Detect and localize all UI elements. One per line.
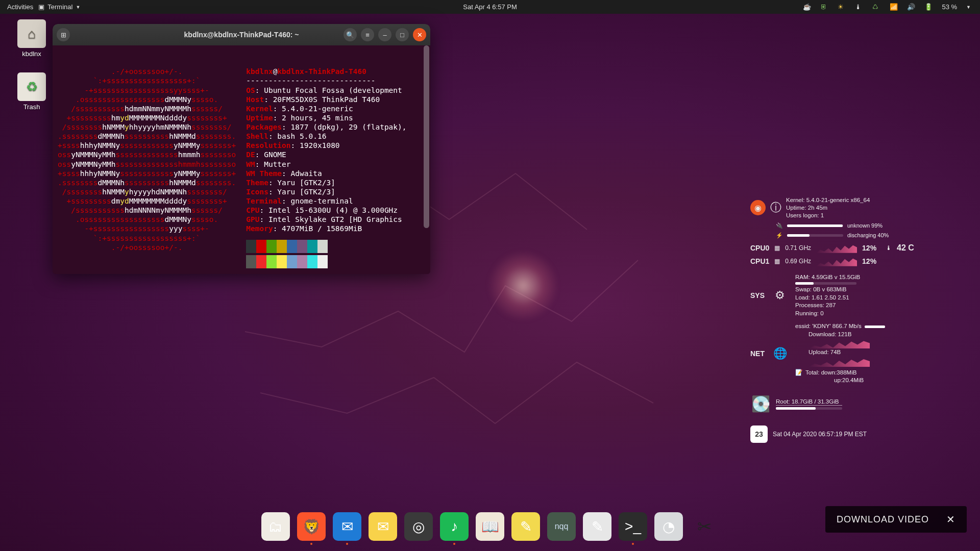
upload-text: Upload: 74B — [808, 348, 885, 357]
temp-icon: 🌡 — [886, 244, 892, 252]
conky-uptime: Uptime: 2h 45m — [786, 204, 870, 212]
conky-kernel: Kernel: 5.4.0-21-generic x86_64 — [786, 196, 870, 204]
chip-icon: ▦ — [774, 244, 780, 252]
weather-icon[interactable]: ☀ — [838, 3, 846, 11]
download-text: Download: 121B — [808, 331, 885, 339]
cpu0-pct: 12% — [862, 244, 876, 252]
total-up-text: up:20.4MiB — [834, 377, 864, 385]
menu-button[interactable]: ≡ — [361, 28, 374, 41]
system-menu-chevron-icon[interactable]: ▼ — [966, 5, 971, 10]
dock-rhythmbox[interactable]: ◎ — [404, 512, 433, 541]
calendar-icon: 23 — [750, 425, 768, 443]
thermometer-icon[interactable]: 🌡 — [855, 3, 863, 11]
chevron-down-icon: ▼ — [76, 5, 80, 10]
globe-icon: 🌐 — [770, 343, 790, 364]
load-text: Load: 1.61 2.50 2.51 — [795, 294, 860, 302]
clock[interactable]: Sat Apr 4 6:57 PM — [463, 3, 517, 11]
shield-icon[interactable]: ⛨ — [820, 3, 828, 11]
maximize-button[interactable]: □ — [396, 28, 409, 41]
wifi-icon[interactable]: 📶 — [890, 3, 898, 11]
dock: 🗂🦁✉✉◎♪📖✎nqq✎>_◔✂ — [256, 509, 724, 544]
dock-mail[interactable]: ✉ — [369, 512, 397, 541]
search-button[interactable]: 🔍 — [344, 28, 357, 41]
trash-icon[interactable]: ♻ Trash — [10, 72, 53, 111]
dock-terminal[interactable]: >_ — [619, 512, 647, 541]
plug-icon: 🔌 — [776, 222, 783, 229]
conky-date: Sat 04 Apr 2020 06:57:19 PM EST — [773, 431, 867, 438]
dock-screenshot[interactable]: ✂ — [690, 512, 719, 541]
app-menu[interactable]: ▣ Terminal ▼ — [38, 3, 80, 11]
dock-notes[interactable]: ✎ — [511, 512, 540, 541]
chip-icon: ▦ — [774, 258, 780, 265]
essid-text: essid: 'KDNY' 866.7 Mb/s — [795, 322, 862, 331]
terminal-scrollbar[interactable] — [424, 45, 429, 228]
support-icon[interactable]: ♺ — [872, 3, 880, 11]
cpu0-label: CPU0 — [750, 244, 769, 252]
download-video-button[interactable]: DOWNLOAD VIDEO — [837, 514, 929, 525]
dock-brave[interactable]: 🦁 — [297, 512, 326, 541]
info-icon: ⓘ — [771, 197, 781, 218]
conky-battery: unknown 99% — [847, 222, 883, 229]
gears-icon: ⚙ — [770, 285, 790, 306]
cpu0-freq: 0.71 GHz — [785, 244, 811, 252]
activities-button[interactable]: Activities — [7, 3, 33, 11]
dock-spotify[interactable]: ♪ — [440, 512, 469, 541]
up-spark — [808, 357, 870, 367]
notes-icon: 📝 — [795, 369, 802, 377]
total-down-text: Total: down:388MiB — [805, 369, 864, 377]
gnome-topbar: Activities ▣ Terminal ▼ Sat Apr 4 6:57 P… — [0, 0, 980, 14]
download-video-overlay: DOWNLOAD VIDEO ✕ — [825, 506, 967, 533]
dock-nqq[interactable]: nqq — [547, 512, 576, 541]
terminal-window: ⊞ kbdlnx@kbdlnx-ThinkPad-T460: ~ 🔍 ≡ – □… — [53, 24, 430, 274]
terminal-icon: ▣ — [38, 3, 44, 11]
home-folder-label: kbdlnx — [10, 50, 53, 58]
close-button[interactable]: ✕ — [413, 28, 426, 41]
cpu1-spark — [816, 256, 857, 266]
ubuntu-logo-icon: ◉ — [750, 200, 766, 215]
net-label: NET — [750, 349, 765, 358]
cpu1-freq: 0.69 GHz — [785, 258, 811, 265]
dock-thunderbird[interactable]: ✉ — [333, 512, 361, 541]
dock-books[interactable]: 📖 — [476, 512, 504, 541]
sys-label: SYS — [750, 291, 765, 299]
cpu1-label: CPU1 — [750, 257, 769, 265]
battery-icon[interactable]: 🔋 — [924, 3, 933, 11]
dock-disks[interactable]: ◔ — [654, 512, 683, 541]
disk-icon: 💽 — [750, 394, 771, 414]
cpu0-spark — [816, 243, 857, 253]
procs-text: Processes: 287 — [795, 302, 860, 310]
root-text: Root: 18.7GiB / 31.3GiB — [776, 398, 842, 406]
new-tab-button[interactable]: ⊞ — [57, 28, 70, 41]
battery-percent: 53 % — [942, 3, 957, 11]
ram-text: RAM: 4.59GiB v 15.5GiB — [795, 273, 860, 282]
window-title: kbdlnx@kbdlnx-ThinkPad-T460: ~ — [184, 31, 299, 39]
conky-widget: ◉ ⓘ Kernel: 5.4.0-21-generic x86_64 Upti… — [750, 202, 944, 446]
running-text: Running: 0 — [795, 310, 860, 318]
terminal-titlebar[interactable]: ⊞ kbdlnx@kbdlnx-ThinkPad-T460: ~ 🔍 ≡ – □… — [53, 24, 430, 45]
trash-label: Trash — [10, 103, 53, 111]
dock-gedit[interactable]: ✎ — [583, 512, 611, 541]
close-icon[interactable]: ✕ — [946, 513, 955, 525]
dock-files[interactable]: 🗂 — [261, 512, 290, 541]
conky-discharge: discharging 40% — [847, 232, 889, 238]
terminal-body[interactable]: .-/+oossssoo+/-. `:+ssssssssssssssssss+:… — [53, 45, 430, 274]
cpu-temp: 42 C — [897, 243, 914, 253]
cpu1-pct: 12% — [862, 257, 876, 265]
volume-icon[interactable]: 🔊 — [907, 3, 915, 11]
down-spark — [808, 338, 870, 348]
conky-users: Users logon: 1 — [786, 212, 870, 219]
discharge-icon: ⚡ — [776, 232, 783, 239]
swap-text: Swap: 0B v 683MiB — [795, 286, 860, 294]
caffeine-icon[interactable]: ☕ — [803, 3, 811, 11]
minimize-button[interactable]: – — [378, 28, 391, 41]
home-folder-icon[interactable]: ⌂ kbdlnx — [10, 19, 53, 58]
